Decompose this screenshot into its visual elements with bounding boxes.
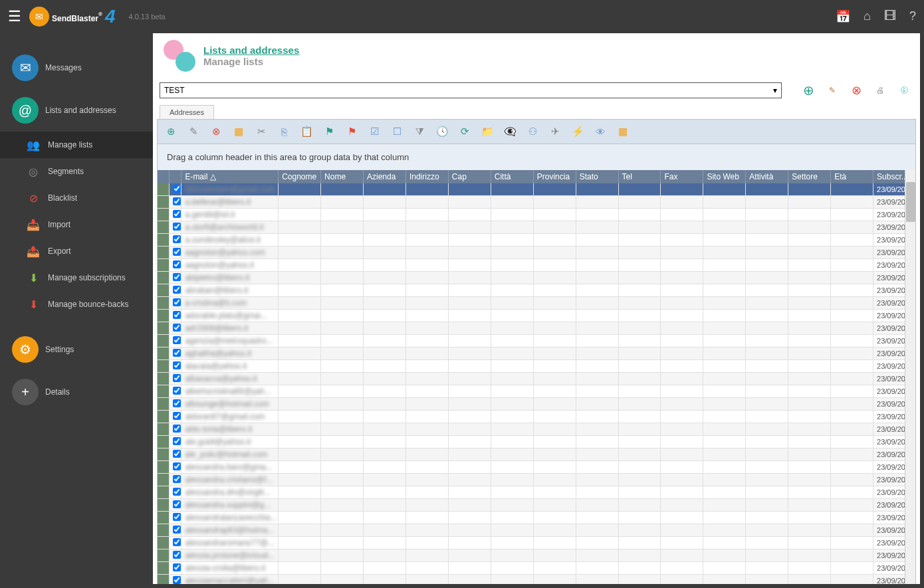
row-checkbox[interactable] [173,513,181,521]
column-header[interactable]: Azienda [364,170,406,183]
table-row[interactable]: abipietro@libero.it23/09/20... [158,272,915,284]
row-checkbox[interactable] [173,273,181,281]
table-row[interactable]: a.gentili@iol.it23/09/20... [158,209,915,221]
row-checkbox[interactable] [173,361,181,369]
column-header[interactable]: Tel [618,170,661,183]
grid-button[interactable]: ▦ [615,124,631,140]
tab-addresses[interactable]: Addresses [160,105,214,119]
row-checkbox[interactable] [173,488,181,496]
calendar-button[interactable]: ▦ [231,124,247,140]
row-checkbox[interactable] [173,197,181,205]
select-all-button[interactable]: ☑ [366,124,382,140]
folder-button[interactable]: 📁 [479,124,495,140]
table-row[interactable]: alessandra.baro@gma...23/09/20... [158,461,915,474]
row-checkbox[interactable] [173,500,181,508]
row-checkbox[interactable] [173,248,181,256]
nav-manage-subs[interactable]: ⬇ Manage subscriptions [0,264,153,291]
column-header[interactable]: Sito Web [703,170,746,183]
row-checkbox[interactable] [173,576,181,584]
table-row[interactable]: aagnolon@yahoo.it23/09/20... [158,259,915,272]
copy-button[interactable]: ⎘ [276,124,292,140]
table-row[interactable]: 060robertam@gmail.com23/09/20... [158,183,915,196]
group-hint[interactable]: Drag a column header in this area to gro… [157,144,916,170]
table-row[interactable]: abraban@libero.it23/09/20... [158,284,915,297]
paste-button[interactable]: 📋 [298,124,314,140]
table-row[interactable]: a.sundinoley@alice.it23/09/20... [158,234,915,246]
nav-manage-bounce[interactable]: ⬇ Manage bounce-backs [0,291,153,318]
list-dropdown[interactable]: TEST ▾ [160,82,782,98]
recurring-button[interactable]: ⟳ [457,124,473,140]
nav-import[interactable]: 📥 Import [0,211,153,238]
column-header[interactable]: Provincia [533,170,576,183]
row-checkbox[interactable] [173,437,181,445]
row-checkbox[interactable] [173,387,181,395]
home-icon[interactable]: ⌂ [864,9,871,24]
column-header[interactable]: Stato [576,170,618,183]
column-header[interactable]: Cognome [279,170,321,183]
nav-lists[interactable]: @ Lists and addresses [0,89,153,132]
table-row[interactable]: alessandralanzavecchia...23/09/20... [158,512,915,524]
row-checkbox[interactable] [173,399,181,407]
column-header[interactable]: Attività [746,170,788,183]
delete-row-button[interactable]: ⊗ [208,124,224,140]
table-row[interactable]: alessia-crolla@libero.it23/09/20... [158,562,915,575]
table-row[interactable]: agenzia@metroquadro...23/09/20... [158,335,915,347]
cut-button[interactable]: ✂ [253,124,269,140]
row-checkbox[interactable] [173,210,181,218]
info-button[interactable]: 🛈 [895,81,913,100]
help-icon[interactable]: ? [909,9,916,24]
film-icon[interactable]: 🎞 [884,9,896,24]
row-checkbox[interactable] [173,551,181,559]
column-header[interactable]: E-mail △ [181,170,279,183]
table-row[interactable]: albasacca@yahoo.it23/09/20... [158,373,915,385]
table-row[interactable]: a-cristina@ti.com23/09/20... [158,297,915,310]
table-row[interactable]: aldoran67@gmail.com23/09/20... [158,411,915,423]
row-checkbox[interactable] [173,462,181,470]
flag-red-button[interactable]: ⚑ [344,124,360,140]
row-checkbox[interactable] [173,538,181,546]
row-checkbox[interactable] [173,311,181,319]
table-row[interactable]: adr2009@libero.it23/09/20... [158,322,915,335]
row-checkbox[interactable] [173,185,181,193]
delete-list-button[interactable]: ⊗ [847,81,866,100]
nav-details[interactable]: + Details [0,371,153,413]
nav-blacklist[interactable]: ⊘ Blacklist [0,185,153,211]
calendar-icon[interactable]: 📅 [836,9,850,24]
table-row[interactable]: a.storfi@archisworld.it23/09/20... [158,221,915,234]
table-row[interactable]: a.bellese@libero.it23/09/20... [158,196,915,209]
row-checkbox[interactable] [173,374,181,382]
scrollbar[interactable] [905,170,915,584]
bolt-button[interactable]: ⚡ [570,124,586,140]
search-button[interactable]: 👁‍🗨 [502,124,518,140]
breadcrumb[interactable]: Lists and addresses [203,45,299,56]
table-row[interactable]: alessandra.dm@virgili...23/09/20... [158,486,915,499]
table-row[interactable]: alessandra.cristiano@f...23/09/20... [158,474,915,486]
row-checkbox[interactable] [173,298,181,306]
row-checkbox[interactable] [173,425,181,433]
row-checkbox[interactable] [173,526,181,534]
table-row[interactable]: albounge@hotmail.com23/09/20... [158,398,915,411]
row-checkbox[interactable] [173,235,181,243]
column-header[interactable]: Indirizzo [405,170,448,183]
column-header[interactable]: Settore [788,170,831,183]
deselect-button[interactable]: ☐ [389,124,405,140]
table-row[interactable]: adorable.plats@gmai...23/09/20... [158,310,915,322]
column-header[interactable]: Cap [448,170,491,183]
nav-manage-lists[interactable]: 👥 Manage lists [0,132,153,158]
row-checkbox[interactable] [173,336,181,344]
row-checkbox[interactable] [173,349,181,357]
row-checkbox[interactable] [173,324,181,332]
table-row[interactable]: aghaliha@yahoo.it23/09/20... [158,347,915,360]
schedule-button[interactable]: 🕓 [434,124,450,140]
add-row-button[interactable]: ⊕ [163,124,179,140]
nav-segments[interactable]: ◎ Segments [0,158,153,185]
table-row[interactable]: alessandra.suppini@g...23/09/20... [158,499,915,512]
row-checkbox[interactable] [173,412,181,420]
table-row[interactable]: alessiamaccaferri@yah...23/09/20... [158,575,915,585]
table-row[interactable]: alessandraromano77@...23/09/20... [158,537,915,549]
table-row[interactable]: alacata@yahoo.it23/09/20... [158,360,915,373]
flag-green-button[interactable]: ⚑ [321,124,337,140]
column-header[interactable]: Nome [321,170,364,183]
table-row[interactable]: ale_polic@hotmail.com23/09/20... [158,448,915,461]
table-row[interactable]: alessia.protone@icloud...23/09/20... [158,549,915,562]
